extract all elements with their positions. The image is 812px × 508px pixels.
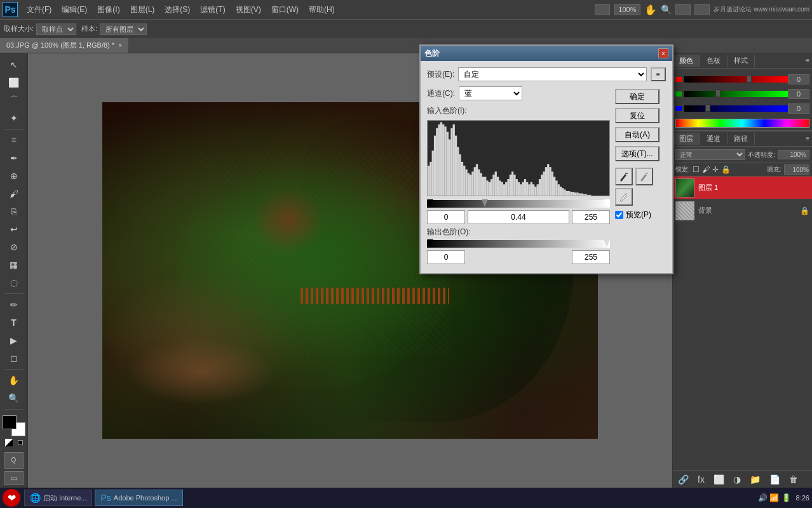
lasso-tool[interactable]: ⌒ — [3, 92, 25, 109]
output-black-handle[interactable] — [427, 239, 433, 247]
new-group-btn[interactable]: 📁 — [747, 473, 763, 486]
healing-tool[interactable]: ⊕ — [3, 168, 25, 184]
layers-panel-options[interactable]: ≡ — [803, 135, 812, 142]
channel-select[interactable]: 蓝 — [459, 86, 522, 100]
blend-mode-select[interactable]: 正常 — [675, 149, 745, 160]
input-max-field[interactable] — [572, 210, 610, 224]
lock-all-btn[interactable]: 🔒 — [721, 165, 731, 174]
taskbar-internet-btn[interactable]: 🌐 启动 Interne... — [24, 490, 92, 506]
green-value[interactable]: 0 — [788, 89, 809, 99]
white-eyedropper-btn[interactable] — [615, 188, 633, 206]
add-style-btn[interactable]: fx — [695, 473, 707, 486]
move-tool[interactable]: ↖ — [3, 57, 25, 73]
photoshop-taskbar-icon: Ps — [100, 493, 111, 503]
path-select-tool[interactable]: ▶ — [3, 332, 25, 349]
start-button[interactable]: ❤ — [3, 489, 20, 507]
black-eyedropper-btn[interactable] — [615, 168, 633, 185]
svg-rect-68 — [570, 192, 572, 196]
input-min-field[interactable] — [427, 210, 465, 224]
sample-size-select[interactable]: 取样点 — [36, 23, 76, 35]
marquee-tool[interactable]: ⬜ — [3, 74, 25, 91]
layer-item-bg[interactable]: 背景 🔒 — [673, 199, 812, 222]
input-gray-handle[interactable] — [482, 199, 488, 207]
preset-options-button[interactable]: ≡ — [651, 67, 666, 81]
tab-swatches[interactable]: 色板 — [700, 55, 727, 67]
red-channel-slider[interactable] — [684, 76, 788, 83]
reset-button[interactable]: 复位 — [615, 108, 660, 123]
preset-select[interactable]: 自定 — [458, 67, 647, 81]
brush-tool[interactable]: 🖌 — [3, 185, 25, 202]
menu-filter[interactable]: 滤镜(T) — [195, 2, 230, 18]
output-min-field[interactable] — [427, 250, 465, 264]
menu-view[interactable]: 视图(V) — [231, 2, 266, 18]
tab-styles[interactable]: 样式 — [727, 55, 755, 67]
svg-rect-21 — [471, 171, 473, 196]
menu-file[interactable]: 文件(F) — [22, 2, 57, 18]
blue-channel-slider[interactable] — [684, 105, 788, 112]
options-button[interactable]: 选项(T)... — [615, 146, 660, 161]
fill-input[interactable] — [784, 164, 809, 175]
lock-image-btn[interactable]: 🖌 — [702, 165, 710, 174]
dodge-tool[interactable]: ◌ — [3, 274, 25, 291]
gradient-tool[interactable]: ▦ — [3, 257, 25, 273]
opacity-input[interactable] — [778, 150, 809, 159]
magic-wand-tool[interactable]: ✦ — [3, 110, 25, 126]
delete-layer-btn[interactable]: 🗑 — [787, 473, 801, 486]
foreground-color-swatch[interactable] — [3, 415, 17, 429]
shape-tool[interactable]: ◻ — [3, 350, 25, 366]
levels-close-button[interactable]: × — [658, 48, 668, 58]
color-spectrum-bar[interactable] — [675, 119, 809, 128]
output-max-field[interactable] — [572, 250, 610, 264]
tab-color[interactable]: 颜色 — [673, 55, 700, 67]
input-mid-field[interactable] — [468, 210, 569, 224]
crop-tool[interactable]: ⌗ — [3, 132, 25, 149]
new-adjustment-btn[interactable]: ◑ — [731, 473, 743, 486]
taskbar-photoshop-btn[interactable]: Ps Adobe Photoshop ... — [95, 490, 182, 506]
input-black-handle[interactable] — [427, 199, 433, 207]
new-layer-btn[interactable]: 📄 — [767, 473, 783, 486]
input-white-handle[interactable] — [604, 199, 610, 207]
layer-item-1[interactable]: 图层 1 — [673, 177, 812, 199]
hand-tool[interactable]: ✋ — [3, 372, 25, 389]
menu-edit[interactable]: 编辑(E) — [57, 2, 92, 18]
auto-button[interactable]: 自动(A) — [615, 127, 660, 142]
tab-channels[interactable]: 通道 — [700, 133, 727, 145]
lock-transparent-btn[interactable]: ☐ — [693, 165, 700, 174]
levels-main-content: 通道(C): 蓝 输入色阶(I): — [427, 86, 666, 267]
gray-eyedropper-btn[interactable] — [635, 168, 653, 185]
menu-window[interactable]: 窗口(W) — [266, 2, 304, 18]
tab-layers[interactable]: 图层 — [673, 133, 700, 145]
lock-position-btn[interactable]: ✛ — [712, 165, 719, 174]
sample-select[interactable]: 所有图层 — [100, 23, 147, 35]
zoom-tool[interactable]: 🔍 — [3, 390, 25, 406]
green-channel-slider[interactable] — [684, 91, 788, 97]
add-mask-btn[interactable]: ⬜ — [711, 473, 727, 486]
tab-close-button[interactable]: × — [118, 42, 122, 49]
document-tab[interactable]: 03.JPG @ 100% (图层 1, RGB/8) * × — [0, 38, 129, 53]
red-value[interactable]: 0 — [788, 74, 809, 84]
panel-options-icon[interactable]: ≡ — [803, 57, 812, 64]
output-white-handle[interactable] — [604, 239, 610, 247]
text-tool[interactable]: T — [3, 314, 25, 331]
default-colors-icon[interactable] — [18, 440, 23, 445]
pen-tool[interactable]: ✏ — [3, 297, 25, 313]
eraser-tool[interactable]: ⊘ — [3, 239, 25, 255]
blue-value[interactable]: 0 — [788, 104, 809, 114]
eyedropper-tool[interactable]: ✒ — [3, 150, 25, 166]
swap-colors-icon[interactable] — [5, 439, 13, 446]
link-layers-btn[interactable]: 🔗 — [675, 473, 691, 486]
preview-checkbox[interactable] — [615, 211, 623, 219]
clone-tool[interactable]: ⎘ — [3, 203, 25, 220]
ok-button[interactable]: 确定 — [615, 89, 660, 104]
quick-mask-btn[interactable]: Q — [4, 452, 24, 469]
screen-mode-btn[interactable]: ▭ — [4, 471, 24, 485]
color-swatches[interactable] — [3, 415, 25, 436]
menu-select[interactable]: 选择(S) — [159, 2, 195, 18]
tab-paths[interactable]: 路径 — [727, 133, 755, 145]
levels-title-bar[interactable]: 色阶 × — [421, 46, 672, 61]
history-brush-tool[interactable]: ↩ — [3, 221, 25, 237]
menu-help[interactable]: 帮助(H) — [304, 2, 340, 18]
menu-image[interactable]: 图像(I) — [92, 2, 125, 18]
menu-layer[interactable]: 图层(L) — [125, 2, 160, 18]
svg-rect-72 — [579, 193, 581, 196]
